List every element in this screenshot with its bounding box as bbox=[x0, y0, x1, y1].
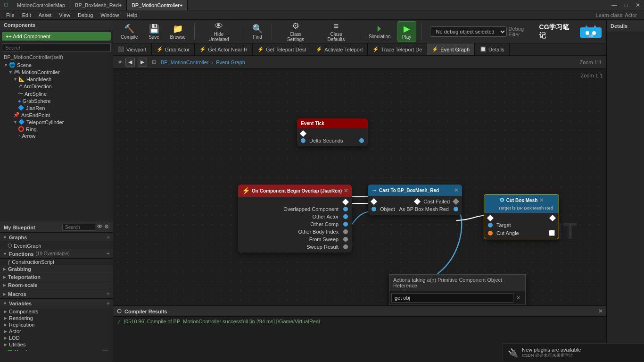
cast-to-close-icon[interactable]: ✕ bbox=[454, 187, 458, 194]
debug-filter-select[interactable]: No debug object selected bbox=[430, 26, 507, 37]
context-search-input[interactable] bbox=[391, 293, 513, 303]
var-replication[interactable]: ▶ Replication bbox=[0, 321, 113, 328]
breadcrumb-bp-motioncontroller[interactable]: BP_MotionController bbox=[161, 59, 209, 65]
hide-unrelated-button[interactable]: 👁 Hide Unrelated bbox=[199, 20, 238, 44]
tree-item-scene[interactable]: ▼ 🌐 Scene bbox=[0, 61, 113, 68]
class-defaults-button[interactable]: ≡ Class Defaults bbox=[317, 20, 355, 44]
tab-details[interactable]: 🔲 Details bbox=[475, 43, 510, 56]
tree-item-jianren[interactable]: 🔷 JianRen bbox=[0, 104, 113, 111]
tree-item-ring[interactable]: ⭕ Ring bbox=[0, 126, 113, 133]
menu-file[interactable]: File bbox=[2, 12, 18, 18]
cut-angle-label: Cut Angle bbox=[496, 230, 519, 236]
tab-get-teleport-dest[interactable]: ⚡ Get Teleport Dest bbox=[253, 43, 311, 56]
var-components[interactable]: ▶ Components bbox=[0, 308, 113, 315]
eye-icon[interactable]: 👁 bbox=[97, 224, 102, 231]
component-search-input[interactable] bbox=[2, 43, 111, 52]
breadcrumb-event-graph[interactable]: Event Graph bbox=[216, 59, 245, 65]
node-event-tick-header: Event Tick bbox=[297, 118, 368, 128]
node-event-tick[interactable]: Event Tick Delta Seconds bbox=[297, 118, 368, 146]
node-cast-to[interactable]: ↔ Cast To BP_BoxMesh_Red ✕ Cast Failed bbox=[368, 185, 462, 215]
teleportation-section[interactable]: ▶ Teleportation bbox=[0, 273, 113, 281]
expand-arrow: ▶ bbox=[3, 267, 6, 271]
cut-box-subtitle: Target is BP Box Mesh Red bbox=[490, 206, 553, 210]
menu-window[interactable]: Window bbox=[97, 12, 123, 18]
close-btn[interactable]: ✕ bbox=[632, 2, 644, 8]
expand-arrow: ▶ bbox=[4, 336, 7, 340]
tab-motioncontrollermap[interactable]: MotionControllerMap bbox=[12, 0, 70, 10]
forward-button[interactable]: ▶ bbox=[138, 58, 147, 67]
component-search-box[interactable] bbox=[2, 43, 111, 52]
grabbing-section[interactable]: ▶ Grabbing bbox=[0, 265, 113, 273]
play-button[interactable]: ▶ Play bbox=[397, 21, 416, 42]
functions-section[interactable]: ▼ Functions (19 Overridable) + bbox=[0, 249, 113, 259]
tab-event-graph[interactable]: ⚡ Event Graph bbox=[427, 43, 475, 56]
tree-item-eventgraph[interactable]: ⬡ EventGraph bbox=[0, 242, 113, 249]
simulation-button[interactable]: ⏵ Simulation bbox=[365, 22, 395, 41]
context-menu[interactable]: Actions taking a(n) Primitive Component … bbox=[389, 274, 526, 305]
menu-asset[interactable]: Asset bbox=[35, 12, 56, 18]
context-menu-search[interactable]: ✕ bbox=[389, 291, 525, 305]
cut-box-close-icon[interactable]: ✕ bbox=[539, 197, 544, 203]
tab-bp-boxmesh[interactable]: BP_BoxMesh_Red+ bbox=[70, 0, 127, 10]
cut-angle-checkbox[interactable] bbox=[549, 230, 555, 236]
node-overlap[interactable]: ⚡ On Component Begin Overlap (JianRen) ✕… bbox=[238, 185, 352, 253]
new-plugins-notification[interactable]: 🔌 New plugins are available CSDN @这来再来果用… bbox=[503, 343, 644, 362]
class-settings-icon: ⚙ bbox=[292, 21, 299, 31]
overlap-close-icon[interactable]: ✕ bbox=[344, 188, 348, 194]
tree-item-teleportcylinder[interactable]: ▼ 🔷 TeleportCylinder bbox=[0, 118, 113, 126]
bottom-panel-close-icon[interactable]: ✕ bbox=[598, 308, 603, 314]
add-component-button[interactable]: + + Add Component bbox=[2, 32, 111, 41]
compile-button[interactable]: 🔨 Compile bbox=[117, 22, 142, 42]
right-panel: Details bbox=[606, 20, 644, 362]
macros-section[interactable]: ▶ Macros + bbox=[0, 289, 113, 299]
add-macro-button[interactable]: + bbox=[106, 290, 110, 297]
svg-rect-4 bbox=[594, 25, 596, 28]
add-function-button[interactable]: + bbox=[106, 250, 110, 257]
class-settings-button[interactable]: ⚙ Class Settings bbox=[277, 20, 314, 44]
window-controls[interactable]: — □ ✕ bbox=[608, 2, 644, 8]
menu-debug[interactable]: Debug bbox=[74, 12, 97, 18]
variables-section[interactable]: ▼ Variables + bbox=[0, 299, 113, 308]
graphs-section[interactable]: ▼ Graphs + bbox=[0, 233, 113, 242]
tab-viewport[interactable]: ⬛ Viewport bbox=[113, 43, 152, 56]
find-button[interactable]: 🔍 Find bbox=[248, 22, 267, 42]
tree-item-arcendpoint[interactable]: 📌 ArcEndPoint bbox=[0, 111, 113, 118]
maximize-btn[interactable]: □ bbox=[621, 2, 632, 8]
tree-item-arcspline[interactable]: 〜 ArcSpline bbox=[0, 90, 113, 98]
minimize-btn[interactable]: — bbox=[608, 2, 621, 8]
menu-edit[interactable]: Edit bbox=[18, 12, 35, 18]
tab-activate-teleport[interactable]: ⚡ Activate Teleport bbox=[311, 43, 368, 56]
browse-button[interactable]: 📁 Browse bbox=[166, 22, 190, 42]
var-rendering[interactable]: ▶ Rendering bbox=[0, 315, 113, 321]
tree-item-motioncontroller[interactable]: ▼ 🎮 MotionController bbox=[0, 68, 113, 76]
roomscale-section[interactable]: ▶ Room-scale bbox=[0, 281, 113, 289]
bookmark-icon[interactable]: ★ bbox=[118, 59, 123, 65]
tab-bp-motioncontroller[interactable]: BP_MotionController+ bbox=[127, 0, 188, 10]
settings-icon[interactable]: ⚙ bbox=[104, 224, 109, 231]
tree-item-grabsphere[interactable]: ● GrabSphere bbox=[0, 98, 113, 104]
save-button[interactable]: 💾 Save bbox=[145, 22, 164, 42]
tree-item-constructionscript[interactable]: ƒ ConstructionScript bbox=[0, 259, 113, 265]
add-variable-button[interactable]: + bbox=[106, 300, 110, 307]
get-teleport-dest-icon: ⚡ bbox=[257, 46, 264, 52]
myblueprint-search[interactable] bbox=[62, 224, 95, 231]
tree-item-arrow[interactable]: ↑ Arrow bbox=[0, 133, 113, 139]
back-button[interactable]: ◀ bbox=[125, 58, 135, 67]
menu-view[interactable]: View bbox=[55, 12, 74, 18]
add-graph-button[interactable]: + bbox=[106, 234, 110, 241]
node-cut-box-mesh[interactable]: ⚙ Cut Box Mesh ✕ Target is BP Box Mesh R… bbox=[484, 194, 559, 239]
tab-get-actor-near[interactable]: ⚡ Get Actor Near H bbox=[195, 43, 253, 56]
tree-item-arcdirection[interactable]: ↗ ArcDirection bbox=[0, 83, 113, 90]
tree-item-handmesh[interactable]: ▼ 📐 HandMesh bbox=[0, 76, 113, 83]
menu-help[interactable]: Help bbox=[123, 12, 141, 18]
var-utilities[interactable]: ▶ Utilities bbox=[0, 341, 113, 348]
graphs-label: Graphs bbox=[9, 235, 27, 240]
var-hand[interactable]: Hand E bbox=[0, 348, 113, 351]
node-cut-box-mesh-header: ⚙ Cut Box Mesh ✕ Target is BP Box Mesh R… bbox=[484, 194, 559, 213]
context-search-clear[interactable]: ✕ bbox=[513, 295, 523, 301]
var-lod[interactable]: ▶ LOD bbox=[0, 335, 113, 341]
tab-trace-teleport[interactable]: ⚡ Trace Teleport De bbox=[368, 43, 427, 56]
tab-grab-actor[interactable]: ⚡ Grab Actor bbox=[152, 43, 195, 56]
blueprint-canvas[interactable]: NT Event Tick bbox=[113, 69, 606, 305]
var-actor[interactable]: ▶ Actor bbox=[0, 328, 113, 335]
